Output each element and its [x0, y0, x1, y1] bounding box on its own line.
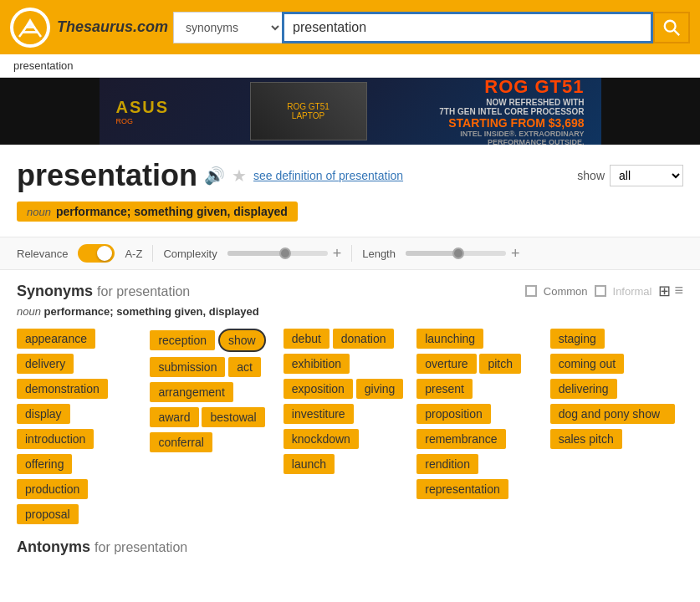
slider-row: Relevance A-Z Complexity + Length +	[0, 237, 700, 270]
common-checkbox[interactable]	[525, 285, 537, 297]
word-title: presentation	[17, 158, 197, 193]
svg-line-3	[674, 29, 679, 34]
length-track[interactable]	[406, 251, 506, 256]
informal-checkbox[interactable]	[595, 285, 606, 297]
word-tag-show[interactable]: show	[218, 329, 266, 352]
noun-pos: noun	[27, 206, 51, 218]
length-plus[interactable]: +	[511, 245, 520, 263]
word-tag[interactable]: offering	[17, 454, 72, 474]
logo-area: Thesaurus.com	[10, 8, 173, 48]
divider-2	[351, 245, 352, 262]
search-type-dropdown[interactable]: synonyms antonyms definitions	[173, 12, 282, 43]
word-tag[interactable]: production	[17, 479, 88, 499]
asus-logo: ASUS	[116, 98, 217, 117]
relevance-toggle[interactable]	[78, 244, 115, 263]
complexity-track[interactable]	[227, 251, 328, 256]
word-tag[interactable]: giving	[356, 379, 404, 399]
word-tag[interactable]: representation	[416, 479, 508, 499]
rog-logo: ROG	[116, 117, 217, 125]
banner-inner: ASUS ROG ROG GT51LAPTOP ROG GT51 NOW REF…	[100, 78, 601, 145]
noun-line: noun performance; something given, displ…	[17, 305, 683, 318]
synonyms-header: Synonyms for presentation Common Informa…	[17, 282, 683, 300]
word-tag[interactable]: award	[150, 407, 198, 427]
word-tag[interactable]: debut	[284, 329, 330, 349]
synonyms-section: Synonyms for presentation Common Informa…	[0, 270, 700, 527]
synonyms-title: Synonyms for presentation	[17, 283, 190, 299]
divider-1	[152, 245, 153, 262]
word-tag[interactable]: launch	[284, 454, 335, 474]
word-columns: appearance delivery demonstration displa…	[17, 326, 683, 527]
search-button[interactable]	[653, 12, 690, 43]
complexity-label: Complexity	[163, 247, 217, 260]
logo-svg	[13, 10, 48, 45]
word-tag[interactable]: exposition	[284, 379, 353, 399]
complexity-fill	[227, 251, 283, 256]
word-tag[interactable]: pitch	[479, 354, 521, 374]
sound-icon[interactable]: 🔊	[204, 166, 225, 186]
word-tag[interactable]: present	[416, 379, 473, 399]
banner-ad: ASUS ROG ROG GT51LAPTOP ROG GT51 NOW REF…	[0, 78, 700, 145]
grid-view-icon[interactable]: ⊞	[658, 282, 671, 300]
word-tag[interactable]: sales pitch	[550, 429, 622, 449]
word-tag[interactable]: reception	[150, 330, 215, 350]
length-label: Length	[362, 247, 396, 260]
word-col-2: reception show submission act arrangemen…	[150, 326, 283, 527]
complexity-knob[interactable]	[279, 247, 291, 259]
word-tag[interactable]: donation	[333, 329, 395, 349]
word-tag[interactable]: knockdown	[284, 429, 359, 449]
word-tag[interactable]: delivering	[550, 379, 617, 399]
length-slider-group: +	[406, 245, 520, 263]
word-tag[interactable]: introduction	[17, 429, 94, 449]
antonyms-title: Antonyms for presentation	[17, 538, 187, 555]
word-tag[interactable]: rendition	[416, 454, 478, 474]
noun-def: performance; something given, displayed	[56, 205, 288, 218]
antonyms-section: Antonyms for presentation	[0, 527, 700, 556]
header: Thesaurus.com synonyms antonyms definiti…	[0, 0, 700, 54]
see-definition-link[interactable]: see definition of presentation	[253, 169, 403, 182]
word-tag[interactable]: exhibition	[284, 354, 350, 374]
word-tag[interactable]: proposition	[416, 404, 491, 424]
common-label: Common	[544, 285, 588, 298]
word-tag[interactable]: dog and pony show	[550, 404, 675, 424]
word-tag[interactable]: remembrance	[416, 429, 505, 449]
word-tag[interactable]: demonstration	[17, 379, 108, 399]
length-knob[interactable]	[452, 247, 464, 259]
show-label: show	[577, 169, 605, 182]
word-tag[interactable]: appearance	[17, 329, 95, 349]
star-icon[interactable]: ★	[232, 166, 247, 186]
logo-icon	[10, 8, 50, 48]
word-tag[interactable]: submission	[150, 357, 225, 377]
relevance-label: Relevance	[17, 247, 68, 260]
word-tag[interactable]: proposal	[17, 504, 79, 524]
breadcrumb: presentation	[0, 54, 700, 78]
breadcrumb-text: presentation	[13, 59, 74, 72]
list-view-icon[interactable]: ≡	[674, 282, 683, 300]
svg-point-2	[665, 20, 676, 31]
az-label: A-Z	[125, 247, 142, 260]
toggle-knob	[97, 246, 112, 261]
search-bar: synonyms antonyms definitions	[173, 12, 690, 43]
search-input[interactable]	[282, 12, 653, 43]
complexity-plus[interactable]: +	[333, 245, 342, 263]
word-tag[interactable]: act	[228, 357, 261, 377]
informal-label: Informal	[613, 285, 652, 298]
word-title-row: presentation 🔊 ★ see definition of prese…	[17, 158, 683, 193]
word-tag[interactable]: display	[17, 404, 70, 424]
word-col-5: staging coming out delivering dog and po…	[550, 326, 683, 527]
synonyms-title-area: Synonyms for presentation	[17, 283, 190, 300]
word-tag[interactable]: conferral	[150, 432, 212, 452]
word-tag[interactable]: investiture	[284, 404, 354, 424]
word-tag[interactable]: overture	[416, 354, 476, 374]
logo-text: Thesaurus.com	[57, 18, 168, 36]
show-select[interactable]: all common informal	[610, 165, 683, 186]
word-tag[interactable]: staging	[550, 329, 605, 349]
word-tag[interactable]: delivery	[17, 354, 74, 374]
word-col-4: launching overture pitch present proposi…	[416, 326, 549, 527]
word-tag[interactable]: bestowal	[202, 407, 264, 427]
word-col-3: debut donation exhibition exposition giv…	[284, 326, 416, 527]
word-tag[interactable]: arrangement	[150, 382, 232, 402]
word-tag[interactable]: launching	[416, 329, 483, 349]
search-icon	[662, 18, 681, 37]
show-row: show all common informal	[577, 165, 683, 186]
word-tag[interactable]: coming out	[550, 354, 624, 374]
